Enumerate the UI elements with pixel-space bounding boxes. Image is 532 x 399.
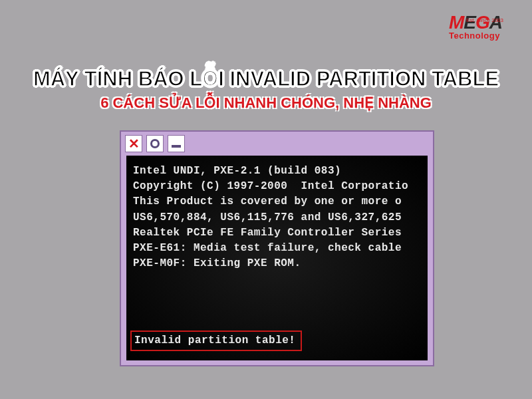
error-message: Invalid partition table! bbox=[134, 334, 295, 346]
terminal-line-10: PXE-M0F: Exiting PXE ROM. bbox=[133, 256, 421, 271]
window-frame: ✕ Intel UNDI, PXE-2.1 (build 083) Copyri… bbox=[120, 130, 434, 366]
terminal-line-1: Intel UNDI, PXE-2.1 (build 083) bbox=[133, 164, 421, 179]
minimize-button[interactable] bbox=[168, 135, 185, 152]
terminal-line-8: PXE-E61: Media test failure, check cable bbox=[133, 241, 421, 256]
logo-letter-m: M bbox=[449, 12, 464, 33]
logo-since: Est. Since 2003 bbox=[466, 17, 503, 23]
brand-logo: MEGA Est. Since 2003 Technology bbox=[449, 12, 502, 41]
terminal-line-4: This Product is covered by one or more o bbox=[133, 194, 421, 209]
terminal-screen: Intel UNDI, PXE-2.1 (build 083) Copyrigh… bbox=[126, 156, 428, 360]
minimize-icon bbox=[172, 145, 181, 148]
headline-main: MÁY TÍNH BÁO LỖI INVALID PARTITION TABLE bbox=[33, 66, 499, 91]
error-highlight-box: Invalid partition table! bbox=[130, 331, 302, 351]
close-button[interactable]: ✕ bbox=[125, 135, 142, 152]
headline-sub: 6 CÁCH SỬA LỖI NHANH CHÓNG, NHẸ NHÀNG bbox=[100, 94, 432, 112]
circle-icon bbox=[150, 139, 160, 148]
terminal-line-7: Realtek PCIe FE Family Controller Series bbox=[133, 225, 421, 241]
terminal-line-5: US6,570,884, US6,115,776 and US6,327,625 bbox=[133, 210, 421, 225]
titlebar: ✕ bbox=[121, 132, 433, 156]
close-icon: ✕ bbox=[128, 137, 140, 150]
logo-technology: Technology bbox=[449, 31, 502, 41]
maximize-button[interactable] bbox=[146, 135, 164, 152]
terminal-line-2: Copyright (C) 1997-2000 Intel Corporatio bbox=[133, 179, 421, 194]
